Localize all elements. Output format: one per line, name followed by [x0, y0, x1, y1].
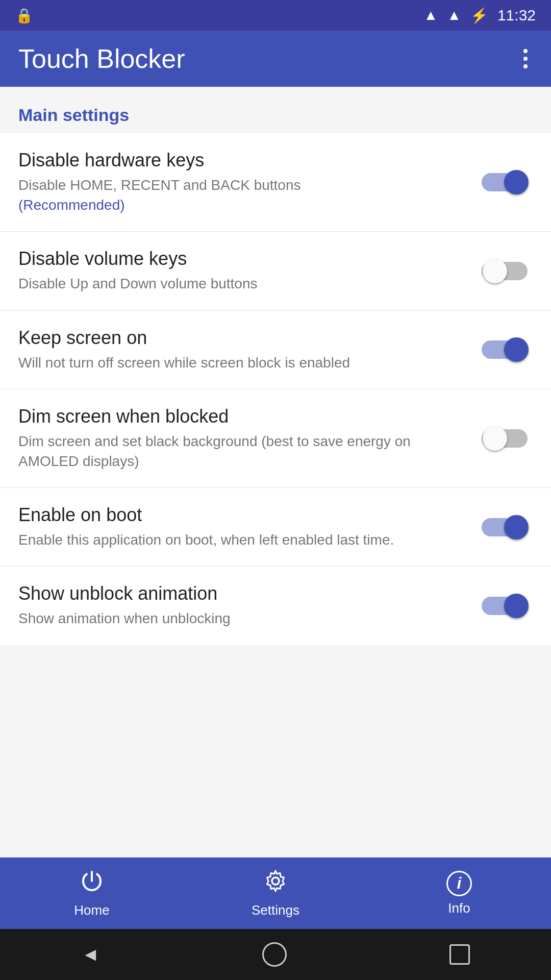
setting-item-show-unblock-animation[interactable]: Show unblock animation Show animation wh… — [0, 567, 551, 645]
signal-icon: ▲ — [447, 7, 461, 23]
setting-desc-disable-volume-keys: Disable Up and Down volume buttons — [18, 274, 466, 293]
setting-text-disable-volume-keys: Disable volume keys Disable Up and Down … — [18, 248, 482, 293]
setting-text-show-unblock-animation: Show unblock animation Show animation wh… — [18, 583, 482, 628]
nav-item-settings[interactable]: Settings — [184, 861, 367, 926]
status-bar: 🔒 ▲ ▲ ⚡ 11:32 — [0, 0, 551, 31]
app-title: Touch Blocker — [18, 43, 518, 74]
toggle-dim-screen[interactable] — [482, 426, 533, 451]
power-icon — [80, 869, 104, 898]
setting-title-show-unblock-animation: Show unblock animation — [18, 583, 466, 604]
nav-item-home[interactable]: Home — [0, 861, 184, 926]
toggle-thumb — [504, 515, 529, 540]
setting-desc-enable-on-boot: Enable this application on boot, when le… — [18, 530, 466, 550]
toggle-thumb — [483, 259, 507, 283]
setting-item-enable-on-boot[interactable]: Enable on boot Enable this application o… — [0, 488, 551, 567]
setting-title-disable-volume-keys: Disable volume keys — [18, 248, 466, 270]
more-dot-2 — [523, 57, 528, 61]
setting-item-disable-volume-keys[interactable]: Disable volume keys Disable Up and Down … — [0, 232, 551, 310]
info-icon: i — [446, 871, 472, 896]
app-bar: Touch Blocker — [0, 31, 551, 87]
setting-desc-show-unblock-animation: Show animation when unblocking — [18, 608, 466, 628]
more-options-button[interactable] — [518, 44, 533, 74]
setting-desc-keep-screen-on: Will not turn off screen while screen bl… — [18, 353, 466, 373]
setting-title-enable-on-boot: Enable on boot — [18, 504, 466, 526]
setting-item-dim-screen[interactable]: Dim screen when blocked Dim screen and s… — [0, 389, 551, 488]
more-dot-1 — [523, 49, 528, 53]
info-circle: i — [446, 871, 472, 896]
setting-desc-recommended: (Recommended) — [18, 197, 125, 213]
gear-icon — [263, 869, 288, 898]
recents-button[interactable] — [449, 944, 470, 965]
system-nav-bar: ◄ — [0, 929, 551, 980]
setting-title-keep-screen-on: Keep screen on — [18, 327, 466, 349]
section-label: Main settings — [18, 105, 129, 125]
toggle-thumb — [504, 337, 529, 362]
lock-icon: 🔒 — [15, 8, 33, 23]
setting-item-keep-screen-on[interactable]: Keep screen on Will not turn off screen … — [0, 311, 551, 389]
settings-list: Disable hardware keys Disable HOME, RECE… — [0, 133, 551, 645]
setting-text-dim-screen: Dim screen when blocked Dim screen and s… — [18, 406, 482, 471]
toggle-disable-hardware-keys[interactable] — [482, 169, 533, 195]
nav-label-info: Info — [448, 900, 470, 916]
status-time: 11:32 — [497, 7, 536, 24]
nav-label-home: Home — [74, 902, 109, 918]
setting-title-dim-screen: Dim screen when blocked — [18, 406, 466, 427]
wifi-icon: ▲ — [423, 7, 438, 23]
toggle-thumb — [483, 426, 507, 451]
battery-icon: ⚡ — [470, 7, 488, 24]
setting-desc-disable-hardware-keys: Disable HOME, RECENT and BACK buttons (R… — [18, 175, 466, 215]
toggle-keep-screen-on[interactable] — [482, 337, 533, 362]
svg-point-0 — [272, 877, 279, 885]
more-dot-3 — [523, 64, 528, 68]
section-header: Main settings — [0, 87, 551, 133]
toggle-enable-on-boot[interactable] — [482, 514, 533, 540]
content-area: Main settings Disable hardware keys Disa… — [0, 87, 551, 857]
toggle-show-unblock-animation[interactable] — [482, 593, 533, 619]
setting-text-enable-on-boot: Enable on boot Enable this application o… — [18, 504, 482, 550]
nav-item-info[interactable]: i Info — [367, 863, 551, 924]
setting-title-disable-hardware-keys: Disable hardware keys — [18, 150, 466, 171]
back-button[interactable]: ◄ — [81, 944, 99, 965]
setting-text-disable-hardware-keys: Disable hardware keys Disable HOME, RECE… — [18, 150, 482, 215]
setting-item-disable-hardware-keys[interactable]: Disable hardware keys Disable HOME, RECE… — [0, 133, 551, 232]
setting-desc-dim-screen: Dim screen and set black background (bes… — [18, 431, 466, 471]
toggle-thumb — [504, 594, 529, 618]
toggle-disable-volume-keys[interactable] — [482, 258, 533, 284]
home-button[interactable] — [262, 942, 287, 967]
toggle-thumb — [504, 170, 529, 194]
bottom-nav: Home Settings i Info — [0, 857, 551, 929]
setting-text-keep-screen-on: Keep screen on Will not turn off screen … — [18, 327, 482, 373]
nav-label-settings: Settings — [252, 902, 299, 918]
